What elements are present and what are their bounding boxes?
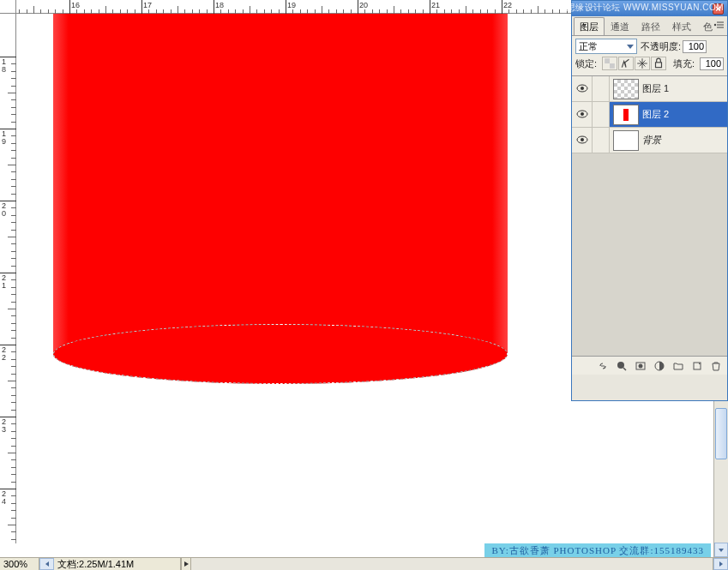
lock-position-button[interactable] bbox=[635, 57, 650, 70]
layer-thumbnail[interactable] bbox=[613, 105, 639, 125]
credit-bar: BY:古欲香萧 PHOTOSHOP 交流群:155189433 bbox=[0, 543, 728, 557]
svg-rect-1 bbox=[605, 58, 610, 63]
visibility-toggle[interactable] bbox=[572, 128, 593, 153]
panel-tabs: 图层 通道 路径 样式 色 bbox=[572, 16, 727, 35]
eye-icon bbox=[576, 108, 588, 122]
layer-name[interactable]: 图层 1 bbox=[642, 82, 669, 95]
svg-point-5 bbox=[581, 87, 584, 90]
tab-channels[interactable]: 通道 bbox=[605, 17, 635, 35]
layer-mask-button[interactable] bbox=[632, 359, 649, 373]
panel-footer bbox=[572, 356, 727, 375]
ruler-corner bbox=[0, 0, 16, 14]
doc-size: 2.25M/1.41M bbox=[79, 559, 134, 569]
red-cylinder-shape bbox=[53, 14, 508, 374]
layer-row[interactable]: 图层 1 bbox=[572, 76, 727, 102]
link-column[interactable] bbox=[593, 76, 610, 101]
delete-layer-button[interactable] bbox=[707, 359, 725, 373]
lock-label: 锁定: bbox=[575, 57, 597, 70]
link-layers-button[interactable] bbox=[594, 359, 611, 373]
blend-mode-select[interactable]: 正常 bbox=[575, 39, 637, 54]
svg-point-10 bbox=[617, 362, 624, 369]
layer-list-empty bbox=[572, 153, 727, 356]
tab-paths[interactable]: 路径 bbox=[635, 17, 666, 35]
tab-layers[interactable]: 图层 bbox=[574, 17, 605, 35]
zoom-field[interactable]: 300% bbox=[0, 558, 39, 570]
svg-point-7 bbox=[581, 112, 584, 116]
status-bar: 300% 文档: 2.25M/1.41M bbox=[0, 557, 728, 570]
panel-titlebar[interactable]: 思缘设计论坛 WWW.MISSYUAN.COM bbox=[572, 1, 727, 16]
scroll-down-button[interactable] bbox=[714, 543, 728, 557]
visibility-toggle[interactable] bbox=[572, 76, 593, 101]
watermark-text: 思缘设计论坛 WWW.MISSYUAN.COM bbox=[520, 2, 724, 14]
eye-icon bbox=[576, 134, 588, 147]
opacity-label: 不透明度: bbox=[641, 40, 681, 53]
vertical-scrollbar[interactable] bbox=[713, 401, 728, 557]
adjustment-layer-button[interactable] bbox=[651, 359, 668, 373]
panel-options: 正常 不透明度: 100 锁定: 填充: 100 bbox=[572, 35, 727, 75]
fill-label: 填充: bbox=[673, 57, 695, 70]
opacity-input[interactable]: 100 bbox=[683, 40, 707, 53]
layer-row[interactable]: 图层 2 bbox=[572, 102, 727, 128]
visibility-toggle[interactable] bbox=[572, 102, 593, 127]
scroll-left-button[interactable] bbox=[39, 558, 54, 570]
scrollbar-thumb[interactable] bbox=[715, 408, 727, 459]
blend-mode-value: 正常 bbox=[579, 40, 598, 53]
tab-styles[interactable]: 样式 bbox=[666, 17, 697, 35]
layer-list: 图层 1 图层 2 背景 bbox=[572, 75, 727, 356]
ruler-vertical: 18192021222324 bbox=[0, 14, 16, 557]
lock-all-button[interactable] bbox=[651, 57, 666, 70]
layer-thumbnail[interactable] bbox=[613, 130, 639, 151]
layer-style-button[interactable] bbox=[613, 359, 630, 373]
eye-icon bbox=[576, 82, 588, 96]
lock-transparency-button[interactable] bbox=[602, 57, 617, 70]
layer-row[interactable]: 背景 bbox=[572, 128, 727, 153]
link-column[interactable] bbox=[593, 102, 610, 127]
doc-label: 文档: bbox=[57, 558, 79, 571]
new-layer-button[interactable] bbox=[689, 359, 706, 373]
layer-name[interactable]: 图层 2 bbox=[642, 108, 669, 121]
credit-text: BY:古欲香萧 PHOTOSHOP 交流群:155189433 bbox=[484, 543, 711, 558]
play-icon[interactable] bbox=[181, 558, 191, 570]
link-column[interactable] bbox=[593, 128, 610, 153]
svg-point-0 bbox=[714, 24, 716, 26]
horizontal-scrollbar[interactable] bbox=[191, 558, 713, 570]
doc-status[interactable]: 文档: 2.25M/1.41M bbox=[54, 558, 181, 570]
layer-thumbnail[interactable] bbox=[613, 79, 639, 99]
svg-point-12 bbox=[639, 363, 643, 368]
fill-input[interactable]: 100 bbox=[700, 57, 724, 70]
chevron-down-icon bbox=[627, 45, 634, 49]
selection-ellipse bbox=[53, 324, 508, 384]
svg-point-9 bbox=[581, 138, 584, 141]
svg-rect-2 bbox=[610, 63, 615, 69]
svg-rect-3 bbox=[656, 63, 662, 68]
lock-pixels-button[interactable] bbox=[618, 57, 634, 70]
scroll-right-button[interactable] bbox=[713, 558, 728, 570]
layers-panel: 思缘设计论坛 WWW.MISSYUAN.COM 图层 通道 路径 样式 色 正常… bbox=[571, 0, 728, 401]
group-button[interactable] bbox=[670, 359, 687, 373]
layer-name[interactable]: 背景 bbox=[642, 134, 661, 147]
panel-menu-icon[interactable] bbox=[713, 20, 725, 30]
